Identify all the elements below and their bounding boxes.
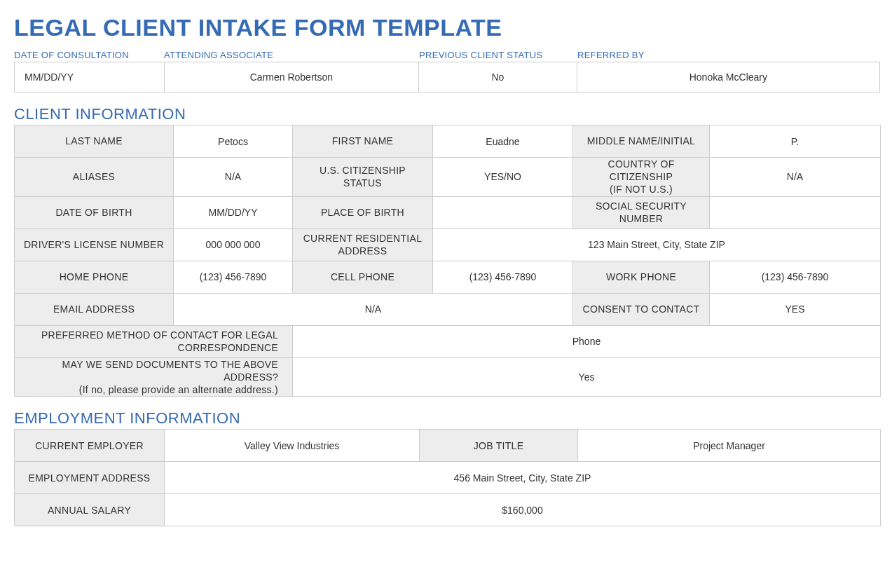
label-residential-address: CURRENT RESIDENTIAL ADDRESS [293, 228, 433, 261]
last-name-value[interactable]: Petocs [174, 125, 293, 158]
label-preferred-contact-method: PREFERRED METHOD OF CONTACT FOR LEGAL CO… [15, 325, 293, 357]
label-annual-salary: ANNUAL SALARY [15, 494, 165, 526]
send-documents-value[interactable]: Yes [293, 357, 881, 397]
label-ssn: SOCIAL SECURITY NUMBER [573, 196, 710, 228]
label-job-title: JOB TITLE [420, 430, 578, 462]
preferred-contact-method-value[interactable]: Phone [293, 325, 881, 357]
label-aliases: ALIASES [15, 158, 174, 197]
cell-phone-value[interactable]: (123) 456-7890 [433, 261, 573, 293]
middle-name-value[interactable]: P. [710, 125, 881, 158]
label-last-name: LAST NAME [15, 125, 174, 158]
header-previous-client-status: PREVIOUS CLIENT STATUS [419, 47, 577, 62]
first-name-value[interactable]: Euadne [433, 125, 573, 158]
page-title: LEGAL CLIENT INTAKE FORM TEMPLATE [14, 14, 878, 41]
header-date-of-consultation: DATE OF CONSULTATION [14, 47, 164, 62]
label-current-employer: CURRENT EMPLOYER [15, 430, 165, 462]
section-employment-information: EMPLOYMENT INFORMATION [14, 409, 878, 428]
date-of-birth-value[interactable]: MM/DD/YY [174, 196, 293, 228]
annual-salary-value[interactable]: $160,000 [165, 494, 881, 526]
label-place-of-birth: PLACE OF BIRTH [293, 196, 433, 228]
country-of-citizenship-value[interactable]: N/A [710, 158, 881, 197]
label-email-address: EMAIL ADDRESS [15, 293, 174, 325]
label-middle-name: MIDDLE NAME/INITIAL [573, 125, 710, 158]
label-date-of-birth: DATE OF BIRTH [15, 196, 174, 228]
label-citizenship-status: U.S. CITIZENSHIP STATUS [293, 158, 433, 197]
header-referred-by: REFERRED BY [577, 47, 880, 62]
attending-associate-value[interactable]: Carmen Robertson [165, 62, 419, 92]
email-address-value[interactable]: N/A [174, 293, 573, 325]
section-client-information: CLIENT INFORMATION [14, 105, 878, 123]
home-phone-value[interactable]: (123) 456-7890 [174, 261, 293, 293]
employment-information-table: CURRENT EMPLOYER Valley View Industries … [14, 429, 881, 526]
client-information-table: LAST NAME Petocs FIRST NAME Euadne MIDDL… [14, 125, 881, 397]
work-phone-value[interactable]: (123) 456-7890 [710, 261, 881, 293]
label-first-name: FIRST NAME [293, 125, 433, 158]
residential-address-value[interactable]: 123 Main Street, City, State ZIP [433, 228, 881, 261]
referred-by-value[interactable]: Honoka McCleary [577, 62, 879, 92]
label-send-documents: MAY WE SEND DOCUMENTS TO THE ABOVE ADDRE… [15, 357, 293, 397]
place-of-birth-value[interactable] [433, 196, 573, 228]
label-home-phone: HOME PHONE [15, 261, 174, 293]
meta-header-row: DATE OF CONSULTATION ATTENDING ASSOCIATE… [14, 47, 880, 62]
citizenship-value[interactable]: YES/NO [433, 158, 573, 197]
previous-client-status-value[interactable]: No [419, 62, 577, 92]
drivers-license-value[interactable]: 000 000 000 [174, 228, 293, 261]
label-employment-address: EMPLOYMENT ADDRESS [15, 462, 165, 494]
current-employer-value[interactable]: Valley View Industries [165, 430, 420, 462]
consultation-date-value[interactable]: MM/DD/YY [15, 62, 165, 92]
header-attending-associate: ATTENDING ASSOCIATE [164, 47, 419, 62]
label-consent-to-contact: CONSENT TO CONTACT [573, 293, 710, 325]
ssn-value[interactable] [710, 196, 881, 228]
employment-address-value[interactable]: 456 Main Street, City, State ZIP [165, 462, 881, 494]
label-country-of-citizenship: COUNTRY OF CITIZENSHIP (IF NOT U.S.) [573, 158, 710, 197]
aliases-value[interactable]: N/A [174, 158, 293, 197]
label-drivers-license: DRIVER'S LICENSE NUMBER [15, 228, 174, 261]
label-cell-phone: CELL PHONE [293, 261, 433, 293]
job-title-value[interactable]: Project Manager [578, 430, 881, 462]
label-work-phone: WORK PHONE [573, 261, 710, 293]
meta-table: MM/DD/YY Carmen Robertson No Honoka McCl… [14, 62, 880, 93]
consent-to-contact-value[interactable]: YES [710, 293, 881, 325]
